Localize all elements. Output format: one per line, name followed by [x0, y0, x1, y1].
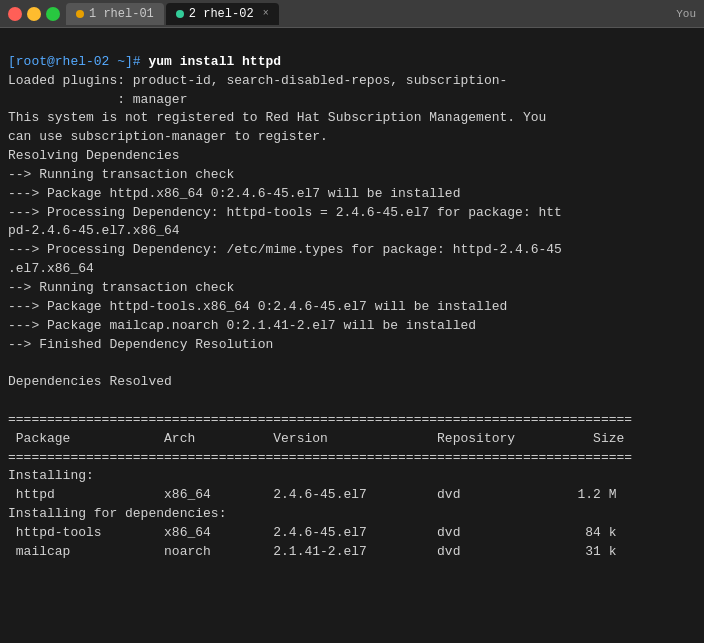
- terminal-output[interactable]: [root@rhel-02 ~]# yum install httpd Load…: [0, 28, 704, 643]
- tab-rhel-02[interactable]: 2 rhel-02 ×: [166, 3, 279, 25]
- tab2-label: 2 rhel-02: [189, 7, 254, 21]
- tab1-status-dot: [76, 10, 84, 18]
- window-controls: [8, 7, 60, 21]
- terminal-line-1: Loaded plugins: product-id, search-disab…: [8, 73, 632, 559]
- tab1-label: 1 rhel-01: [89, 7, 154, 21]
- tab2-status-dot: [176, 10, 184, 18]
- terminal-command: yum install httpd: [148, 54, 281, 69]
- tab2-close-button[interactable]: ×: [263, 8, 269, 19]
- titlebar: 1 rhel-01 2 rhel-02 × You: [0, 0, 704, 28]
- close-button[interactable]: [8, 7, 22, 21]
- tabs-area: 1 rhel-01 2 rhel-02 ×: [66, 3, 670, 25]
- terminal-prompt: [root@rhel-02 ~]#: [8, 54, 148, 69]
- user-label: You: [676, 8, 696, 20]
- minimize-button[interactable]: [27, 7, 41, 21]
- tab-rhel-01[interactable]: 1 rhel-01: [66, 3, 164, 25]
- title-right: You: [676, 8, 696, 20]
- maximize-button[interactable]: [46, 7, 60, 21]
